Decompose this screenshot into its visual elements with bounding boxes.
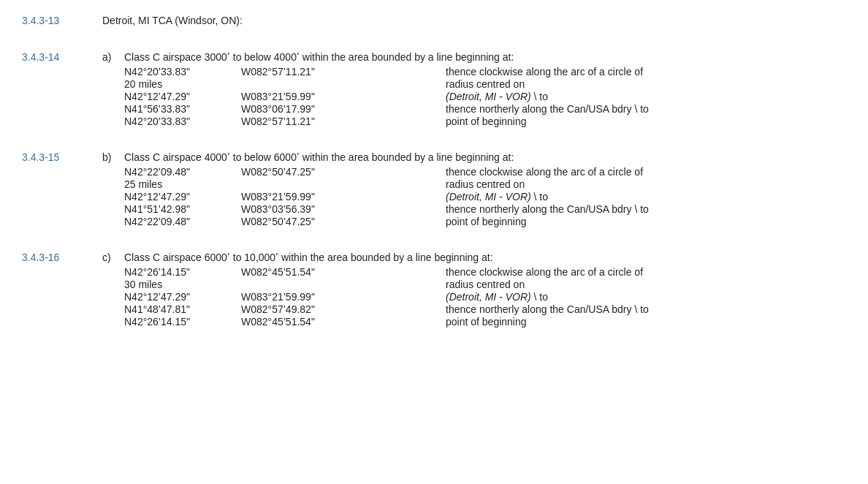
coord-right: thence northerly along the Can/USA bdry …	[446, 103, 846, 115]
coord-row: N41°51’42.98"W083°03’56.39"thence northe…	[124, 203, 846, 215]
section-ref: 3.4.3-16	[22, 252, 102, 331]
coord-row: 25 milesradius centred on	[124, 178, 846, 190]
coord-row: N42°12’47.29"W083°21’59.99"(Detroit, MI …	[124, 291, 846, 303]
coord-lon: W083°21’59.99"	[241, 91, 365, 102]
subsection-intro: Class C airspace 6000ʹ to 10,000ʹ within…	[124, 252, 846, 263]
coord-lat: N42°26’14.15"	[124, 316, 241, 328]
coord-lon: W082°57’11.21"	[241, 66, 365, 77]
section-3.4.3-16: 3.4.3-16c)Class C airspace 6000ʹ to 10,0…	[22, 252, 846, 331]
subsection-a): a)Class C airspace 3000ʹ to below 4000ʹ …	[102, 51, 846, 128]
coord-row: N42°12’47.29"W083°21’59.99"(Detroit, MI …	[124, 191, 846, 203]
coord-row: N42°22’09.48"W082°50’47.25"thence clockw…	[124, 166, 846, 178]
section-3.4.3-14: 3.4.3-14a)Class C airspace 3000ʹ to belo…	[22, 51, 846, 131]
coord-right: (Detroit, MI - VOR) \ to	[446, 291, 846, 303]
coord-row: N42°26’14.15"W082°45’51.54"thence clockw…	[124, 266, 846, 278]
coord-row: N42°12’47.29"W083°21’59.99"(Detroit, MI …	[124, 91, 846, 102]
coord-lat: N42°20’33.83"	[124, 66, 241, 77]
coord-lon: W082°57’49.82"	[241, 303, 365, 315]
subsection-label: a)	[102, 51, 124, 128]
coord-lat: N41°56’33.83"	[124, 103, 241, 115]
coord-miles: 25 miles	[124, 178, 241, 190]
coord-right: thence northerly along the Can/USA bdry …	[446, 303, 846, 315]
coord-lon: W082°57’11.21"	[241, 116, 365, 127]
coord-row: N42°20’33.83"W082°57’11.21"point of begi…	[124, 116, 846, 127]
coord-miles: 30 miles	[124, 279, 241, 290]
coord-row: 30 milesradius centred on	[124, 279, 846, 290]
coord-lon: W083°03’56.39"	[241, 203, 365, 215]
section-3.4.3-15: 3.4.3-15b)Class C airspace 4000ʹ to belo…	[22, 151, 846, 231]
coord-lat: N42°20’33.83"	[124, 116, 241, 127]
coord-lat: N42°12’47.29"	[124, 191, 241, 203]
coord-lat: N42°22’09.48"	[124, 166, 241, 178]
coord-lat: N42°22’09.48"	[124, 216, 241, 227]
coord-right: point of beginning	[446, 316, 846, 328]
subsection-intro: Class C airspace 4000ʹ to below 6000ʹ wi…	[124, 151, 846, 163]
coord-lat: N42°12’47.29"	[124, 91, 241, 102]
coord-right: point of beginning	[446, 216, 846, 227]
section-title: Detroit, MI TCA (Windsor, ON):	[102, 15, 846, 26]
subsection-intro: Class C airspace 3000ʹ to below 4000ʹ wi…	[124, 51, 846, 63]
coord-right: radius centred on	[446, 78, 846, 90]
section-ref: 3.4.3-15	[22, 151, 102, 231]
coord-row: N42°26’14.15"W082°45’51.54"point of begi…	[124, 316, 846, 328]
coord-right: radius centred on	[446, 279, 846, 290]
coord-right: point of beginning	[446, 116, 846, 127]
coord-lon: W083°21’59.99"	[241, 191, 365, 203]
coord-right: thence clockwise along the arc of a circ…	[446, 166, 846, 178]
subsection-c): c)Class C airspace 6000ʹ to 10,000ʹ with…	[102, 252, 846, 328]
coord-right: (Detroit, MI - VOR) \ to	[446, 191, 846, 203]
coord-lon: W083°06’17.99"	[241, 103, 365, 115]
subsection-label: b)	[102, 151, 124, 228]
section-ref: 3.4.3-14	[22, 51, 102, 131]
coord-miles: 20 miles	[124, 78, 241, 90]
coord-row: N42°20’33.83"W082°57’11.21"thence clockw…	[124, 66, 846, 77]
coord-right: thence clockwise along the arc of a circ…	[446, 66, 846, 77]
coord-right: (Detroit, MI - VOR) \ to	[446, 91, 846, 102]
section-ref: 3.4.3-13	[22, 15, 102, 31]
section-3.4.3-13: 3.4.3-13Detroit, MI TCA (Windsor, ON):	[22, 15, 846, 31]
coord-right: thence clockwise along the arc of a circ…	[446, 266, 846, 278]
coord-lon: W082°50’47.25"	[241, 216, 365, 227]
coord-row: 20 milesradius centred on	[124, 78, 846, 90]
subsection-b): b)Class C airspace 4000ʹ to below 6000ʹ …	[102, 151, 846, 228]
subsection-label: c)	[102, 252, 124, 328]
coord-right: radius centred on	[446, 178, 846, 190]
coord-lon: W082°50’47.25"	[241, 166, 365, 178]
coord-row: N41°56’33.83"W083°06’17.99"thence northe…	[124, 103, 846, 115]
coord-row: N42°22’09.48"W082°50’47.25"point of begi…	[124, 216, 846, 227]
coord-lon: W082°45’51.54"	[241, 266, 365, 278]
coord-lon: W083°21’59.99"	[241, 291, 365, 303]
coord-lon: W082°45’51.54"	[241, 316, 365, 328]
coord-lat: N42°26’14.15"	[124, 266, 241, 278]
coord-row: N41°48’47.81"W082°57’49.82"thence northe…	[124, 303, 846, 315]
coord-lat: N42°12’47.29"	[124, 291, 241, 303]
coord-right: thence northerly along the Can/USA bdry …	[446, 203, 846, 215]
coord-lat: N41°51’42.98"	[124, 203, 241, 215]
coord-lat: N41°48’47.81"	[124, 303, 241, 315]
